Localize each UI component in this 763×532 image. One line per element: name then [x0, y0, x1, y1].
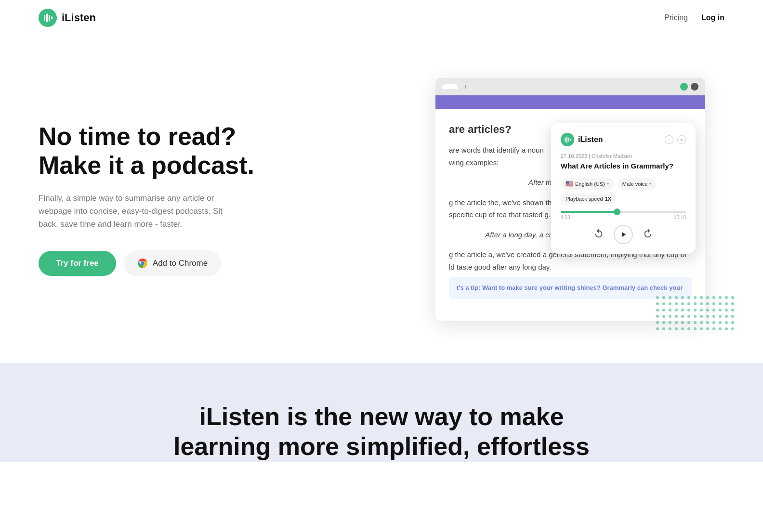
current-time: 4:23	[561, 215, 570, 220]
decoration-dot	[712, 321, 715, 324]
svg-rect-7	[568, 138, 569, 142]
decoration-dot	[719, 302, 722, 305]
decoration-dot	[731, 321, 734, 324]
decoration-dot	[662, 315, 665, 318]
decoration-dot	[712, 315, 715, 318]
svg-rect-3	[51, 16, 53, 19]
progress-bar-fill	[561, 211, 617, 213]
decoration-dot	[681, 315, 684, 318]
popup-close-button[interactable]: ×	[677, 135, 686, 144]
decoration-dot	[731, 327, 734, 330]
logo-icon	[39, 9, 57, 27]
decoration-dot	[669, 309, 671, 311]
flag-icon: 🇺🇸	[566, 180, 573, 187]
decoration-dot	[712, 309, 715, 311]
popup-article-title: What Are Articles in Grammarly?	[561, 162, 686, 170]
progress-bar-background	[561, 211, 686, 213]
rewind-button[interactable]	[593, 228, 604, 241]
decoration-dot	[669, 302, 671, 305]
play-pause-button[interactable]	[614, 225, 633, 244]
new-tab-button[interactable]: +	[463, 83, 467, 91]
decoration-dot	[669, 296, 671, 299]
chrome-icon	[137, 258, 148, 269]
decoration-dot	[681, 321, 684, 324]
article-tip: t's a tip: Want to make sure your writin…	[449, 277, 692, 299]
decoration-dot	[681, 302, 684, 305]
decoration-dot	[656, 309, 659, 311]
logo-svg	[42, 13, 53, 23]
decoration-dot	[700, 296, 703, 299]
dots-decoration: const dotsWrap = document.querySelector(…	[656, 296, 734, 330]
decoration-dot	[687, 321, 690, 324]
decoration-dot	[675, 315, 678, 318]
decoration-dot	[719, 296, 722, 299]
decoration-dot	[700, 327, 703, 330]
svg-point-4	[141, 261, 145, 265]
decoration-dot	[681, 309, 684, 311]
popup-selects: 🇺🇸 English (US) ▾ Male voice ▾ Playback …	[561, 178, 686, 204]
decoration-dot	[725, 302, 728, 305]
decoration-dot	[675, 296, 678, 299]
try-for-free-button[interactable]: Try for free	[39, 251, 116, 276]
decoration-dot	[694, 321, 697, 324]
decoration-dot	[719, 321, 722, 324]
decoration-dot	[687, 302, 690, 305]
decoration-dot	[694, 327, 697, 330]
pricing-link[interactable]: Pricing	[664, 13, 688, 22]
decoration-dot	[712, 296, 715, 299]
decoration-dot	[694, 309, 697, 311]
hero-title: No time to read? Make it a podcast.	[39, 122, 254, 180]
decoration-dot	[656, 315, 659, 318]
decoration-dot	[700, 321, 703, 324]
browser-content: are articles? are words that identify a …	[435, 109, 705, 321]
lang-chevron-icon: ▾	[607, 182, 609, 186]
browser-window: + are articles? are words that identify …	[435, 78, 705, 321]
decoration-dot	[731, 296, 734, 299]
decoration-dot	[706, 327, 709, 330]
decoration-dot	[675, 302, 678, 305]
navbar: iListen Pricing Log in	[0, 0, 763, 36]
decoration-dot	[669, 321, 671, 324]
decoration-dot	[675, 327, 678, 330]
total-time: 10:18	[674, 215, 686, 220]
decoration-dot	[656, 296, 659, 299]
forward-button[interactable]	[643, 228, 653, 241]
decoration-dot	[706, 296, 709, 299]
decoration-dot	[687, 315, 690, 318]
decoration-dot	[687, 309, 690, 311]
decoration-dot	[694, 302, 697, 305]
login-link[interactable]: Log in	[701, 13, 724, 22]
decoration-dot	[656, 327, 659, 330]
svg-rect-0	[44, 15, 45, 21]
logo-link[interactable]: iListen	[39, 9, 96, 27]
rewind-icon	[593, 228, 604, 239]
svg-rect-6	[566, 136, 567, 143]
svg-rect-5	[565, 138, 566, 142]
decoration-dot	[706, 309, 709, 311]
browser-tab	[442, 84, 458, 89]
popup-logo-svg	[564, 136, 571, 143]
address-bar	[435, 95, 705, 109]
progress-bar-wrap[interactable]: 4:23 10:18	[561, 211, 686, 220]
hero-description: Finally, a simple way to summarise any a…	[39, 192, 241, 231]
decoration-dot	[706, 315, 709, 318]
hero-buttons: Try for free Add to Chrome	[39, 250, 254, 276]
decoration-dot	[675, 321, 678, 324]
voice-select[interactable]: Male voice ▾	[618, 178, 657, 190]
bottom-section: iListen is the new way to make learning …	[0, 363, 763, 462]
add-to-chrome-button[interactable]: Add to Chrome	[124, 250, 221, 276]
popup-minimize-button[interactable]: −	[665, 135, 673, 144]
bottom-title: iListen is the new way to make learning …	[39, 402, 724, 462]
hero-left: No time to read? Make it a podcast. Fina…	[39, 122, 254, 276]
speed-select[interactable]: Playback speed 1X	[561, 194, 616, 204]
forward-icon	[643, 228, 653, 239]
playback-controls	[561, 225, 686, 244]
popup-logo: iListen	[561, 133, 603, 146]
decoration-dot	[662, 327, 665, 330]
decoration-dot	[731, 315, 734, 318]
article-text-6: ld taste good after any long day.	[449, 261, 692, 273]
language-select[interactable]: 🇺🇸 English (US) ▾	[561, 178, 614, 190]
progress-handle[interactable]	[614, 208, 620, 215]
decoration-dot	[687, 296, 690, 299]
decoration-dot	[706, 321, 709, 324]
